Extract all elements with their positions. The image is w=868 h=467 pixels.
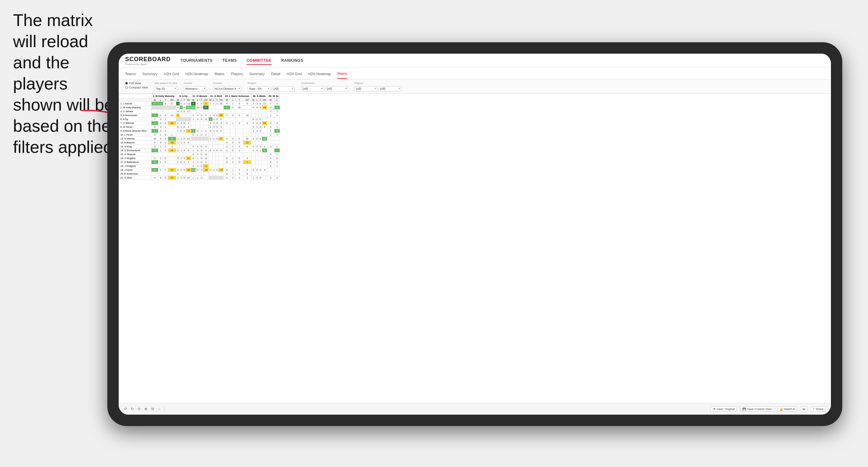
- sh-l3: L: [195, 98, 200, 102]
- players-select-wrapper1[interactable]: (All): [354, 85, 377, 91]
- view-original-button[interactable]: 👁 View: Original: [711, 406, 737, 412]
- row-name: 15. H Stranda: [119, 153, 152, 156]
- max-players-filter: Max players in view Top 25: [154, 82, 177, 91]
- sh-w7: W: [267, 98, 274, 102]
- conference-select-wrapper2[interactable]: (All): [325, 85, 348, 91]
- matrix-container[interactable]: 2. M Kelly Mulcahy 6. A Dy 11. G Woods 2…: [119, 94, 831, 403]
- watch-button[interactable]: 🔔 Watch ▾: [777, 406, 797, 412]
- redo-button[interactable]: ↻: [131, 407, 134, 411]
- gender-select[interactable]: Women's: [184, 86, 207, 91]
- subnav-h2hgrid1[interactable]: H2H Grid: [164, 69, 179, 79]
- division-filter: Division NCAA Division II: [213, 82, 241, 91]
- players-select-wrapper2[interactable]: (All): [378, 85, 401, 91]
- table-row: 3. S Jelinek 02017 01: [119, 110, 280, 114]
- division-select-wrapper[interactable]: NCAA Division II: [213, 85, 241, 91]
- table-row: 15. H Stranda 02011 01: [119, 153, 280, 156]
- subnav-summary1[interactable]: Summary: [142, 69, 157, 79]
- conference-select2[interactable]: (All): [325, 86, 348, 91]
- division-label: Division: [213, 82, 241, 85]
- compact-view-label: Compact View: [129, 86, 148, 89]
- logo-sub: Powered by clippd: [125, 63, 171, 66]
- logo-area: SCOREBOARD Powered by clippd: [125, 56, 171, 66]
- sh-t2: T: [183, 98, 186, 102]
- save-icon: 💾: [742, 407, 746, 411]
- undo-button[interactable]: ↺: [124, 407, 127, 411]
- table-row: 7. O Mitchell 30018 2202 120-4 0104 0402…: [119, 121, 280, 125]
- nav-committee[interactable]: COMMITTEE: [247, 57, 272, 65]
- col-header-schumac: 23. L Marie Schumac.: [224, 94, 251, 98]
- row-name: 13. N Klug: [119, 145, 152, 149]
- col-header-stoll: 21. O Stoll: [209, 94, 224, 98]
- sh-w1: W: [152, 98, 158, 102]
- subnav-h2hheatmap1[interactable]: H2H Heatmap: [185, 69, 208, 79]
- sh-d1: Dif: [168, 98, 176, 102]
- watch-icon: 🔔: [779, 407, 783, 411]
- region-select-wrapper2[interactable]: (All): [272, 85, 294, 91]
- sh-w2: W: [176, 98, 180, 102]
- row-name: 17. D Ballesteros: [119, 160, 152, 164]
- gender-select-wrapper[interactable]: Women's: [184, 85, 207, 91]
- sh-d6: Dif: [262, 98, 267, 102]
- sh-w5: W: [224, 98, 230, 102]
- subnav-h2hgrid2[interactable]: H2H Grid: [287, 69, 302, 79]
- toolbar-icon-1[interactable]: ⊙: [137, 407, 141, 411]
- nav-tournaments[interactable]: TOURNAMENTS: [181, 57, 213, 65]
- table-row: 17. D Ballesteros 310 2011 1101 0207 01: [119, 160, 280, 164]
- division-select[interactable]: NCAA Division II: [213, 86, 241, 91]
- players-selects: (All) (All): [354, 85, 401, 91]
- view-options: Full View Compact View: [125, 82, 148, 89]
- toolbar-icon-4[interactable]: ○: [158, 407, 160, 411]
- subnav-matrix1[interactable]: Matrix: [215, 69, 224, 79]
- share-button[interactable]: ⤴ Share: [811, 406, 826, 412]
- sh-l1: L: [158, 98, 163, 102]
- toolbar-icon-3[interactable]: ⊟: [151, 407, 154, 411]
- max-players-select-wrapper[interactable]: Top 25: [154, 85, 177, 91]
- sh-d2: Dif: [186, 98, 191, 102]
- table-row: 5. A Nomrowski 310-11 1 1100 14025 10013…: [119, 114, 280, 117]
- subnav-h2hheatmap2[interactable]: H2H Heatmap: [308, 69, 331, 79]
- compact-view-option[interactable]: Compact View: [125, 86, 148, 89]
- subnav-players[interactable]: Players: [231, 69, 243, 79]
- region-select1[interactable]: East - DII: [248, 86, 271, 91]
- gender-label: Gender: [184, 82, 207, 85]
- toolbar-icon-2[interactable]: ⊕: [145, 407, 147, 411]
- layout-button[interactable]: ⊞: [800, 406, 807, 412]
- row-name: 6. A Dy: [119, 117, 152, 121]
- app-header: SCOREBOARD Powered by clippd TOURNAMENTS…: [119, 54, 831, 68]
- players-select2[interactable]: (All): [378, 86, 401, 91]
- region-select2[interactable]: (All): [272, 86, 294, 91]
- nav-rankings[interactable]: RANKINGS: [281, 57, 303, 65]
- max-players-select[interactable]: Top 25: [154, 86, 177, 91]
- subnav-summary2[interactable]: Summary: [249, 69, 265, 79]
- sh-l5: L: [230, 98, 236, 102]
- table-row: 8. M Torres 001 0102 1003 0108 01: [119, 125, 280, 129]
- players-select1[interactable]: (All): [354, 86, 377, 91]
- table-row: 9. A Maria Jimenez Rios 100 100-7 1012 0…: [119, 129, 280, 133]
- players-label: Players: [354, 82, 401, 85]
- conference-select-wrapper1[interactable]: (All): [301, 85, 324, 91]
- save-custom-button[interactable]: 💾 Save Custom View: [740, 406, 774, 412]
- col-header-dy: 6. A Dy: [176, 94, 191, 98]
- watch-label: Watch: [784, 407, 792, 411]
- table-row: 14. S Srichantamit 31016 0105 1204 0105 …: [119, 149, 280, 153]
- nav-teams[interactable]: TEAMS: [222, 57, 237, 65]
- conference-select1[interactable]: (All): [301, 86, 324, 91]
- row-name: 2. M Kelly Mulcahy: [119, 106, 152, 110]
- table-row: 11. G Woods 100014 11014 24017 20020 400…: [119, 137, 280, 141]
- subnav-matrix2[interactable]: Matrix: [337, 69, 347, 79]
- full-view-option[interactable]: Full View: [125, 82, 148, 85]
- toolbar-right: 👁 View: Original 💾 Save Custom View 🔔 Wa…: [711, 406, 826, 412]
- row-name: 10. L Perini: [119, 133, 152, 137]
- sh-t6: T: [259, 98, 262, 102]
- conference-label: Conference: [301, 82, 348, 85]
- sh-d5: Dif: [243, 98, 251, 102]
- subnav-teams[interactable]: Teams: [125, 69, 135, 79]
- share-label: Share: [816, 407, 824, 411]
- subnav-detail[interactable]: Detail: [271, 69, 280, 79]
- sh-l7: L: [274, 98, 280, 102]
- row-name: 5. A Nomrowski: [119, 114, 152, 117]
- region-select-wrapper1[interactable]: East - DII: [248, 85, 271, 91]
- row-name: 3. S Jelinek: [119, 110, 152, 114]
- table-row: 20. E Andersson 2 0108: [119, 172, 280, 176]
- row-name: 11. G Woods: [119, 137, 152, 141]
